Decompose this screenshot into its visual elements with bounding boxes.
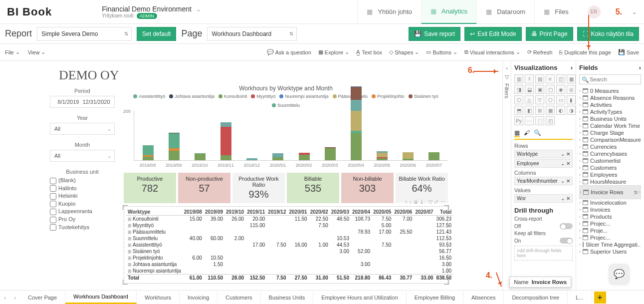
visual-interactions-menu[interactable]: ⧉ Visual interactions ⌄ (464, 49, 520, 55)
values-field[interactable]: Wor⌄ ✕ (514, 194, 573, 203)
page-tab[interactable]: Workhours (137, 291, 180, 304)
field-item[interactable]: ›ComparisonMeasure (579, 136, 641, 143)
page-tab[interactable]: Business Units (261, 291, 314, 304)
save-report-button[interactable]: 💾 Save report (409, 27, 460, 41)
viz-type-icon[interactable]: ▦ (546, 106, 555, 115)
viz-type-icon[interactable]: ◫ (556, 74, 565, 83)
viz-type-icon[interactable]: ≡ (546, 74, 555, 83)
slicer-month[interactable]: Month All⌄ (50, 140, 115, 162)
environment-selector[interactable]: Financial Demo Environment ⌄ Yrityksen r… (102, 5, 202, 18)
cross-report-toggle[interactable] (560, 223, 573, 229)
viz-type-icon[interactable]: ⬚ (535, 116, 544, 125)
field-item[interactable]: ›Projec... (579, 220, 641, 227)
field-item[interactable]: ›Currencies (579, 143, 641, 150)
field-item[interactable]: ›Customerlist (579, 157, 641, 164)
bu-check[interactable]: (Blank) (50, 177, 115, 185)
field-item[interactable]: ›Slicer Time Aggregati... (579, 241, 641, 248)
viz-type-icon[interactable]: ⫴ (525, 74, 534, 83)
topnav-files[interactable]: ▦Files (534, 0, 577, 24)
page-tab[interactable]: Workhours Dashboard (65, 291, 137, 304)
set-default-button[interactable]: Set default (137, 27, 176, 41)
user-avatar[interactable]: ER (588, 5, 601, 18)
field-item[interactable]: ›HoursMeasure (579, 178, 641, 185)
viz-type-icon[interactable]: ▮ (567, 95, 576, 104)
ask-question-button[interactable]: 💬 Ask a question (267, 49, 311, 55)
viz-type-icon[interactable]: ⬒ (514, 106, 523, 115)
page-tab[interactable]: Invoicing (180, 291, 217, 304)
viz-type-icon[interactable]: ◧ (525, 106, 534, 115)
page-tab[interactable]: Cover Page (20, 291, 65, 304)
page-tab[interactable]: Employee Billing (407, 291, 463, 304)
legend-item[interactable]: Sisäinen työ (409, 94, 438, 99)
workhours-chart[interactable]: Workhours by Worktype and Month Assisten… (124, 85, 448, 168)
file-menu[interactable]: File ⌄ (5, 49, 20, 55)
legend-item[interactable]: Suunnittelu (272, 103, 300, 108)
viz-type-icon[interactable]: Py (514, 116, 523, 125)
legend-item[interactable]: Projektinjohto (372, 94, 405, 99)
kpi-card[interactable]: Non-productive57 (178, 173, 230, 203)
viz-type-icon[interactable]: ▣ (535, 85, 544, 94)
viz-type-icon[interactable]: ▥ (514, 74, 523, 83)
bu-check[interactable]: Helsinki (50, 192, 115, 200)
viz-type-icon[interactable]: ◐ (556, 106, 565, 115)
viz-type-icon[interactable]: △ (525, 95, 534, 104)
kpi-card[interactable]: Billable535 (287, 173, 339, 203)
columns-field[interactable]: YearMonthnumber⌄ ✕ (514, 177, 573, 185)
page-tab[interactable]: L... (568, 291, 592, 304)
report-select[interactable]: Simple Severa Demo (37, 27, 132, 41)
matrix-toolbar[interactable]: ↑ ↓ ⇊ ⤓ ▽ ⤢ ⋯ (405, 199, 445, 205)
format-tab-icon[interactable]: 🖌 (524, 129, 530, 137)
tab-scroll-right[interactable]: › (10, 295, 20, 301)
viz-type-icon[interactable]: ▭ (556, 95, 565, 104)
field-item[interactable]: ›Products (579, 213, 641, 220)
field-item[interactable]: ›Calendar Work Time (579, 122, 641, 129)
field-item[interactable]: ›Projec... (579, 234, 641, 241)
bu-check[interactable]: Tuotekehitys (50, 224, 115, 232)
topnav-yhtiön johto[interactable]: ▦Yhtiön johto (357, 0, 421, 24)
legend-item[interactable]: Assistenttityö (133, 94, 165, 99)
page-tab[interactable]: Decomposition tree (504, 291, 568, 304)
bu-check[interactable]: Pro Oy (50, 216, 115, 224)
collapse-fields-icon[interactable]: › (639, 64, 641, 71)
topnav-analytics[interactable]: ▦Analytics (421, 0, 476, 24)
field-item[interactable]: ›Business Units (579, 115, 641, 122)
workhours-matrix[interactable]: ↑ ↓ ⇊ ⤓ ▽ ⤢ ⋯ Worktype2019/082019/092019… (124, 206, 448, 284)
field-item[interactable]: ›Invoicelocation (579, 199, 641, 206)
expand-filters-icon[interactable]: ‹ (506, 65, 508, 71)
field-item[interactable]: ›Invoice Rows⋯ (579, 185, 641, 199)
duplicate-page-button[interactable]: ⎘ Duplicate this page (559, 49, 611, 55)
field-item[interactable]: ›Absence Reasons (579, 94, 641, 101)
kpi-card[interactable]: Non-billable303 (341, 173, 394, 203)
field-item[interactable]: ›0 Measures (579, 87, 641, 94)
page-select[interactable]: Workhours Dashboard (207, 27, 297, 41)
slicer-period[interactable]: Period 8/1/201912/31/2020 (50, 86, 115, 108)
field-item[interactable]: ›Currencybases (579, 150, 641, 157)
buttons-menu[interactable]: ▭ Buttons ⌄ (426, 49, 457, 55)
viz-type-icon[interactable]: ▢ (546, 85, 555, 94)
viz-type-icon[interactable]: ⊞ (535, 106, 544, 115)
exit-edit-mode-button[interactable]: ↩ Exit Edit Mode (464, 27, 521, 41)
viz-type-icon[interactable]: ◑ (567, 106, 576, 115)
fields-tab-icon[interactable]: ▦ (514, 129, 520, 137)
slicer-business-unit[interactable]: Business unit (Blank)HallintoHelsinkiKuo… (50, 167, 115, 231)
viz-type-icon[interactable]: ⬠ (546, 95, 555, 104)
refresh-button[interactable]: ⟳ Refresh (527, 49, 553, 55)
chat-widget[interactable]: 💬 (609, 264, 629, 284)
add-page-button[interactable]: + (594, 292, 606, 304)
field-item[interactable]: ›Invoices (579, 206, 641, 213)
field-item[interactable]: ›ActivityTypes (579, 108, 641, 115)
viz-type-icon[interactable]: ▤ (535, 74, 544, 83)
viz-type-icon[interactable]: ⬡ (514, 95, 523, 104)
field-item[interactable]: ›Customers (579, 164, 641, 171)
rows-field[interactable]: Employee⌄ ✕ (514, 159, 573, 168)
field-item[interactable]: ›Activities (579, 101, 641, 108)
filters-pane-collapsed[interactable]: ‹ ▽ Filters (502, 61, 511, 290)
viz-type-icon[interactable]: ▽ (535, 95, 544, 104)
analytics-tab-icon[interactable]: 🔍 (534, 129, 541, 137)
text-box-button[interactable]: A̲ Text box (356, 49, 382, 55)
view-menu[interactable]: View ⌄ (28, 49, 46, 55)
kpi-card[interactable]: Productive782 (124, 173, 176, 203)
legend-item[interactable]: Konsultointi (218, 94, 247, 99)
viz-type-icon[interactable]: ◎ (567, 85, 576, 94)
page-tab[interactable]: Customers (217, 291, 260, 304)
